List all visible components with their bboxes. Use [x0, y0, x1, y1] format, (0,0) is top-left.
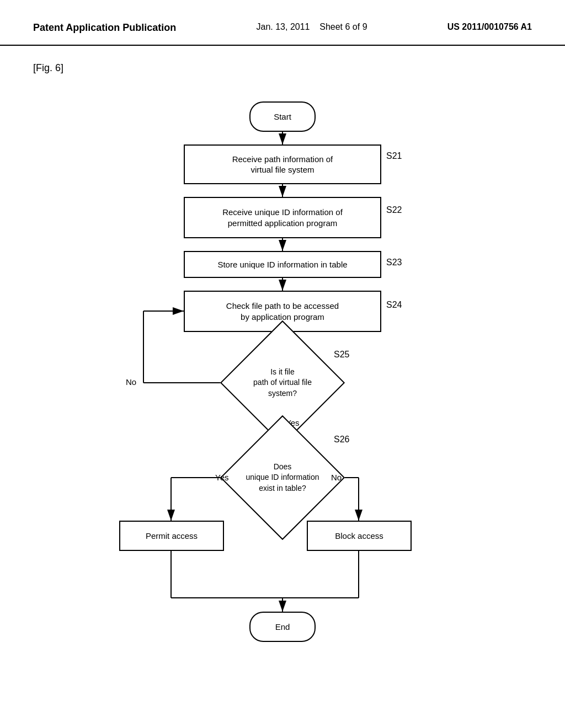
s26-no-label: No	[331, 473, 342, 482]
step-s23-text: Store unique ID information in table	[217, 259, 347, 270]
sheet-info: Sheet 6 of 9	[319, 22, 367, 31]
step-s24-text: Check file path to be accessedby applica…	[226, 301, 339, 322]
publication-date: Jan. 13, 2011	[257, 22, 310, 31]
s25-no-label: No	[126, 377, 136, 387]
step-s24-label: S24	[386, 300, 402, 310]
step-s28-text: Block access	[335, 531, 383, 542]
end-label: End	[275, 622, 290, 633]
step-s21-label: S21	[386, 151, 402, 161]
publication-title: Patent Application Publication	[33, 22, 176, 34]
step-s26-label: S26	[334, 435, 349, 445]
step-s28: Block access	[307, 521, 412, 551]
diamond-s26-text: Doesunique ID informationexist in table?	[244, 462, 321, 494]
step-s23-label: S23	[386, 258, 402, 267]
end-shape: End	[249, 612, 316, 642]
step-s23: Store unique ID information in table	[184, 251, 381, 278]
publication-date-sheet: Jan. 13, 2011 Sheet 6 of 9	[257, 22, 367, 32]
patent-number: US 2011/0010756 A1	[447, 22, 532, 32]
step-s21: Receive path information ofvirtual file …	[184, 144, 381, 184]
step-s27-text: Permit access	[146, 531, 198, 542]
step-s22-text: Receive unique ID information ofpermitte…	[222, 207, 343, 228]
figure-label: [Fig. 6]	[0, 51, 565, 79]
step-s22: Receive unique ID information ofpermitte…	[184, 197, 381, 238]
step-s21-text: Receive path information ofvirtual file …	[232, 154, 333, 175]
diamond-s25-text: Is it filepath of virtual filesystem?	[244, 367, 321, 399]
page: Patent Application Publication Jan. 13, …	[0, 0, 565, 728]
step-s27: Permit access	[119, 521, 224, 551]
diamond-s26: Doesunique ID informationexist in table?	[237, 433, 328, 522]
start-label: Start	[274, 111, 291, 122]
s26-yes-label: Yes	[215, 473, 228, 482]
diamond-s25: Is it filepath of virtual filesystem?	[237, 349, 328, 417]
step-s25-label: S25	[334, 350, 349, 360]
step-s22-label: S22	[386, 205, 402, 215]
page-header: Patent Application Publication Jan. 13, …	[0, 0, 565, 46]
flowchart: Start Receive path information ofvirtual…	[0, 79, 565, 686]
start-shape: Start	[249, 101, 316, 132]
